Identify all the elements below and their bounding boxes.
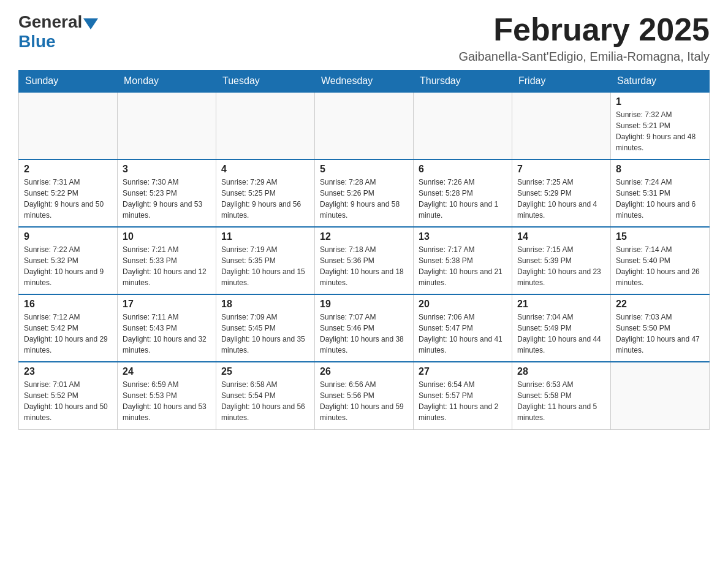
calendar-cell: 1Sunrise: 7:32 AMSunset: 5:21 PMDaylight… [611, 92, 710, 159]
calendar-cell [512, 92, 611, 159]
calendar-cell: 6Sunrise: 7:26 AMSunset: 5:28 PMDaylight… [414, 159, 512, 227]
day-info: Sunrise: 7:14 AMSunset: 5:40 PMDaylight:… [616, 244, 704, 288]
month-title: February 2025 [458, 12, 710, 47]
day-number: 24 [123, 366, 211, 377]
day-number: 28 [517, 366, 605, 377]
logo-arrow-icon [83, 18, 98, 29]
calendar-cell: 23Sunrise: 7:01 AMSunset: 5:52 PMDayligh… [19, 362, 118, 429]
calendar-cell: 2Sunrise: 7:31 AMSunset: 5:22 PMDaylight… [19, 159, 118, 227]
day-number: 13 [419, 231, 507, 242]
calendar-cell: 9Sunrise: 7:22 AMSunset: 5:32 PMDaylight… [19, 227, 118, 294]
day-number: 19 [320, 299, 408, 310]
calendar-cell [216, 92, 315, 159]
day-number: 25 [221, 366, 309, 377]
weekday-header-tuesday: Tuesday [216, 71, 315, 93]
calendar-cell: 16Sunrise: 7:12 AMSunset: 5:42 PMDayligh… [19, 294, 118, 362]
location-title: Gaibanella-Sant'Edigio, Emilia-Romagna, … [458, 50, 710, 64]
calendar-cell: 3Sunrise: 7:30 AMSunset: 5:23 PMDaylight… [118, 159, 216, 227]
day-number: 12 [320, 231, 408, 242]
day-info: Sunrise: 7:03 AMSunset: 5:50 PMDaylight:… [616, 312, 704, 356]
day-number: 16 [24, 299, 112, 310]
calendar-cell: 12Sunrise: 7:18 AMSunset: 5:36 PMDayligh… [315, 227, 414, 294]
logo: General Blue [18, 12, 99, 52]
day-info: Sunrise: 7:18 AMSunset: 5:36 PMDaylight:… [320, 244, 408, 288]
calendar-cell: 7Sunrise: 7:25 AMSunset: 5:29 PMDaylight… [512, 159, 611, 227]
day-number: 4 [221, 164, 309, 175]
day-info: Sunrise: 7:32 AMSunset: 5:21 PMDaylight:… [616, 109, 704, 153]
calendar-cell: 11Sunrise: 7:19 AMSunset: 5:35 PMDayligh… [216, 227, 315, 294]
day-info: Sunrise: 7:06 AMSunset: 5:47 PMDaylight:… [419, 312, 507, 356]
day-info: Sunrise: 7:01 AMSunset: 5:52 PMDaylight:… [24, 379, 112, 423]
calendar-cell: 20Sunrise: 7:06 AMSunset: 5:47 PMDayligh… [414, 294, 512, 362]
page-header: General Blue February 2025 Gaibanella-Sa… [18, 12, 710, 64]
day-info: Sunrise: 7:12 AMSunset: 5:42 PMDaylight:… [24, 312, 112, 356]
day-info: Sunrise: 7:29 AMSunset: 5:25 PMDaylight:… [221, 177, 309, 221]
calendar-cell: 15Sunrise: 7:14 AMSunset: 5:40 PMDayligh… [611, 227, 710, 294]
day-number: 22 [616, 299, 704, 310]
calendar-cell: 26Sunrise: 6:56 AMSunset: 5:56 PMDayligh… [315, 362, 414, 429]
day-number: 1 [616, 96, 704, 107]
day-info: Sunrise: 6:58 AMSunset: 5:54 PMDaylight:… [221, 379, 309, 423]
day-number: 27 [419, 366, 507, 377]
day-info: Sunrise: 7:19 AMSunset: 5:35 PMDaylight:… [221, 244, 309, 288]
day-number: 14 [517, 231, 605, 242]
calendar-week-row: 2Sunrise: 7:31 AMSunset: 5:22 PMDaylight… [19, 159, 710, 227]
weekday-header-thursday: Thursday [414, 71, 512, 93]
calendar-cell [315, 92, 414, 159]
day-number: 6 [419, 164, 507, 175]
day-info: Sunrise: 6:53 AMSunset: 5:58 PMDaylight:… [517, 379, 605, 423]
calendar-cell: 28Sunrise: 6:53 AMSunset: 5:58 PMDayligh… [512, 362, 611, 429]
calendar-cell: 13Sunrise: 7:17 AMSunset: 5:38 PMDayligh… [414, 227, 512, 294]
day-info: Sunrise: 7:30 AMSunset: 5:23 PMDaylight:… [123, 177, 211, 221]
calendar-cell: 18Sunrise: 7:09 AMSunset: 5:45 PMDayligh… [216, 294, 315, 362]
day-info: Sunrise: 7:22 AMSunset: 5:32 PMDaylight:… [24, 244, 112, 288]
weekday-header-sunday: Sunday [19, 71, 118, 93]
calendar-week-row: 1Sunrise: 7:32 AMSunset: 5:21 PMDaylight… [19, 92, 710, 159]
day-number: 10 [123, 231, 211, 242]
day-info: Sunrise: 7:04 AMSunset: 5:49 PMDaylight:… [517, 312, 605, 356]
calendar-week-row: 9Sunrise: 7:22 AMSunset: 5:32 PMDaylight… [19, 227, 710, 294]
day-number: 15 [616, 231, 704, 242]
day-info: Sunrise: 7:09 AMSunset: 5:45 PMDaylight:… [221, 312, 309, 356]
calendar-table: SundayMondayTuesdayWednesdayThursdayFrid… [18, 70, 710, 430]
day-info: Sunrise: 7:31 AMSunset: 5:22 PMDaylight:… [24, 177, 112, 221]
calendar-cell: 10Sunrise: 7:21 AMSunset: 5:33 PMDayligh… [118, 227, 216, 294]
day-number: 3 [123, 164, 211, 175]
calendar-cell: 25Sunrise: 6:58 AMSunset: 5:54 PMDayligh… [216, 362, 315, 429]
day-number: 26 [320, 366, 408, 377]
calendar-cell: 17Sunrise: 7:11 AMSunset: 5:43 PMDayligh… [118, 294, 216, 362]
logo-blue-text: Blue [18, 32, 56, 52]
calendar-cell [19, 92, 118, 159]
weekday-header-wednesday: Wednesday [315, 71, 414, 93]
day-info: Sunrise: 7:24 AMSunset: 5:31 PMDaylight:… [616, 177, 704, 221]
day-number: 5 [320, 164, 408, 175]
day-number: 18 [221, 299, 309, 310]
day-number: 20 [419, 299, 507, 310]
calendar-cell: 5Sunrise: 7:28 AMSunset: 5:26 PMDaylight… [315, 159, 414, 227]
calendar-cell [414, 92, 512, 159]
calendar-cell: 4Sunrise: 7:29 AMSunset: 5:25 PMDaylight… [216, 159, 315, 227]
calendar-cell: 22Sunrise: 7:03 AMSunset: 5:50 PMDayligh… [611, 294, 710, 362]
day-info: Sunrise: 6:56 AMSunset: 5:56 PMDaylight:… [320, 379, 408, 423]
day-info: Sunrise: 7:26 AMSunset: 5:28 PMDaylight:… [419, 177, 507, 221]
day-number: 8 [616, 164, 704, 175]
weekday-header-friday: Friday [512, 71, 611, 93]
logo-general-text: General [18, 12, 82, 32]
day-number: 11 [221, 231, 309, 242]
calendar-cell [118, 92, 216, 159]
day-info: Sunrise: 7:25 AMSunset: 5:29 PMDaylight:… [517, 177, 605, 221]
day-number: 17 [123, 299, 211, 310]
day-number: 2 [24, 164, 112, 175]
calendar-header-row: SundayMondayTuesdayWednesdayThursdayFrid… [19, 71, 710, 93]
calendar-week-row: 16Sunrise: 7:12 AMSunset: 5:42 PMDayligh… [19, 294, 710, 362]
day-info: Sunrise: 7:11 AMSunset: 5:43 PMDaylight:… [123, 312, 211, 356]
calendar-cell: 21Sunrise: 7:04 AMSunset: 5:49 PMDayligh… [512, 294, 611, 362]
day-info: Sunrise: 6:59 AMSunset: 5:53 PMDaylight:… [123, 379, 211, 423]
calendar-cell: 14Sunrise: 7:15 AMSunset: 5:39 PMDayligh… [512, 227, 611, 294]
calendar-cell: 8Sunrise: 7:24 AMSunset: 5:31 PMDaylight… [611, 159, 710, 227]
calendar-cell: 24Sunrise: 6:59 AMSunset: 5:53 PMDayligh… [118, 362, 216, 429]
day-info: Sunrise: 7:15 AMSunset: 5:39 PMDaylight:… [517, 244, 605, 288]
calendar-cell: 27Sunrise: 6:54 AMSunset: 5:57 PMDayligh… [414, 362, 512, 429]
day-info: Sunrise: 7:21 AMSunset: 5:33 PMDaylight:… [123, 244, 211, 288]
day-info: Sunrise: 6:54 AMSunset: 5:57 PMDaylight:… [419, 379, 507, 423]
